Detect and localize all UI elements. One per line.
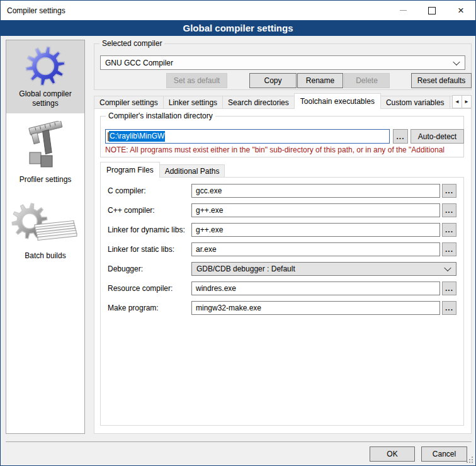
c-compiler-label: C compiler: — [108, 184, 146, 198]
dialog-header-title: Global compiler settings — [183, 23, 293, 33]
ok-button[interactable]: OK — [370, 446, 415, 462]
sidebar-item-profiler-settings[interactable]: Profiler settings — [6, 113, 84, 190]
caliper-icon — [21, 121, 70, 173]
reset-defaults-button[interactable]: Reset defaults — [411, 73, 472, 88]
subtab-additional-paths[interactable]: Additional Paths — [159, 164, 225, 178]
compiler-select-value: GNU GCC Compiler — [105, 59, 173, 67]
set-as-default-button[interactable]: Set as default — [166, 73, 227, 88]
blue-gear-icon — [25, 45, 66, 87]
title-bar: Compiler settings × — [1, 1, 475, 20]
tab-search-directories[interactable]: Search directories — [222, 96, 295, 109]
resize-grip[interactable] — [467, 457, 473, 463]
compiler-select[interactable]: GNU GCC Compiler — [100, 55, 465, 70]
static-linker-label: Linker for static libs: — [108, 242, 174, 256]
auto-detect-button[interactable]: Auto-detect — [411, 129, 464, 144]
make-program-browse-button[interactable]: ... — [442, 301, 456, 315]
close-icon: × — [458, 5, 464, 16]
debugger-label: Debugger: — [108, 262, 143, 276]
maximize-icon — [428, 7, 436, 14]
window-title: Compiler settings — [7, 6, 65, 15]
dynamic-linker-input[interactable] — [191, 223, 440, 237]
static-linker-browse-button[interactable]: ... — [442, 242, 456, 256]
sidebar-item-batch-builds[interactable]: Batch builds — [6, 190, 84, 266]
cpp-compiler-input[interactable] — [191, 203, 440, 217]
gray-gear-stack-icon — [11, 200, 80, 249]
minimize-icon — [400, 10, 407, 11]
sidebar-item-label: Global compiler settings — [19, 89, 71, 108]
resource-compiler-label: Resource compiler: — [108, 281, 173, 295]
maximize-button[interactable] — [417, 1, 446, 20]
close-button[interactable]: × — [446, 1, 475, 20]
resource-compiler-browse-button[interactable]: ... — [442, 281, 456, 295]
tab-toolchain-executables[interactable]: Toolchain executables — [294, 93, 381, 109]
dialog-header: Global compiler settings — [1, 20, 475, 36]
sub-tabstrip: Program Files Additional Paths — [100, 162, 464, 178]
cpp-compiler-label: C++ compiler: — [108, 203, 155, 217]
static-linker-input[interactable] — [191, 242, 440, 256]
subtab-program-files[interactable]: Program Files — [100, 162, 160, 178]
installation-directory-input[interactable]: C:\raylib\MinGW — [105, 129, 390, 144]
sidebar-item-global-compiler-settings[interactable]: Global compiler settings — [6, 40, 84, 113]
minimize-button[interactable] — [388, 1, 417, 20]
chevron-down-icon — [444, 264, 451, 271]
c-compiler-browse-button[interactable]: ... — [442, 184, 456, 198]
caption-buttons: × — [388, 1, 475, 20]
sidebar-item-label: Batch builds — [25, 251, 65, 260]
tab-scroll-left-icon[interactable]: ◄ — [452, 95, 462, 108]
main-tabstrip: Compiler settings Linker settings Search… — [94, 94, 472, 109]
resource-compiler-input[interactable] — [191, 281, 440, 295]
bin-subdirectory-note: NOTE: All programs must exist either in … — [105, 145, 463, 154]
sidebar-item-label: Profiler settings — [20, 175, 72, 184]
tab-scroll-right-icon[interactable]: ► — [462, 95, 472, 108]
make-program-input[interactable] — [191, 301, 440, 315]
tab-custom-variables[interactable]: Custom variables — [380, 96, 450, 109]
rename-button[interactable]: Rename — [297, 73, 343, 88]
chevron-down-icon — [453, 58, 460, 65]
footer-divider — [6, 441, 472, 442]
installation-directory-legend: Compiler's installation directory — [106, 111, 215, 120]
copy-button[interactable]: Copy — [249, 73, 297, 88]
installation-directory-value: C:\raylib\MinGW — [109, 131, 165, 142]
directory-browse-button[interactable]: ... — [393, 129, 408, 144]
debugger-select-value: GDB/CDB debugger : Default — [196, 264, 295, 273]
dynamic-linker-browse-button[interactable]: ... — [442, 223, 456, 237]
tab-compiler-settings[interactable]: Compiler settings — [94, 96, 164, 109]
cpp-compiler-browse-button[interactable]: ... — [442, 203, 456, 217]
dynamic-linker-label: Linker for dynamic libs: — [108, 223, 185, 237]
debugger-select[interactable]: GDB/CDB debugger : Default — [191, 262, 456, 276]
tab-linker-settings[interactable]: Linker settings — [163, 96, 223, 109]
c-compiler-input[interactable] — [191, 184, 440, 198]
make-program-label: Make program: — [108, 301, 159, 315]
tab-scroll-arrows: ◄ ► — [453, 95, 472, 108]
settings-sidebar: Global compiler settings Profiler settin… — [6, 40, 85, 434]
selected-compiler-legend: Selected compiler — [99, 39, 164, 48]
delete-button[interactable]: Delete — [344, 73, 390, 88]
cancel-button[interactable]: Cancel — [421, 446, 467, 462]
